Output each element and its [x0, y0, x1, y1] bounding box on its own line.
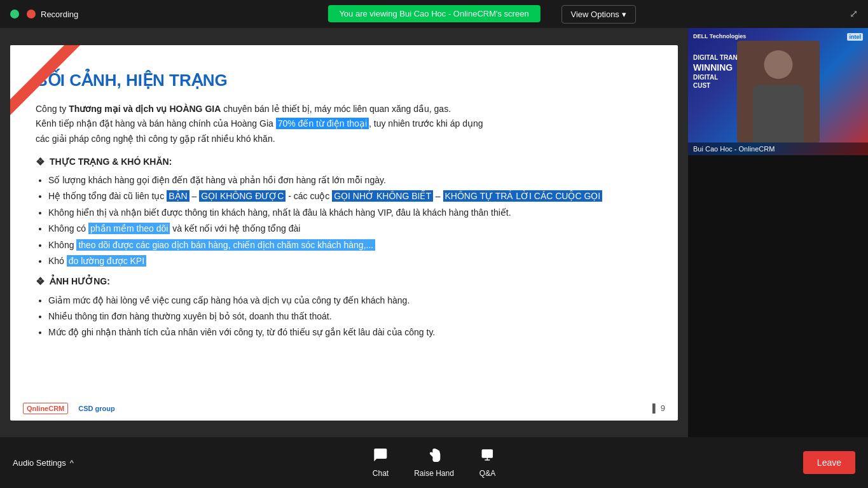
section2-header-text: ẢNH HƯỞNG: [50, 274, 110, 289]
screen-share-banner: You are viewing Bui Cao Hoc - OnlineCRM'… [327, 5, 540, 22]
logo-onlinecrm: QnlineCRM [23, 403, 68, 414]
main-area: BỐI CẢNH, HIỆN TRẠNG Công ty Thương mại … [0, 28, 868, 437]
audio-settings-label: Audio Settings [13, 458, 66, 468]
slide-footer: QnlineCRM CSD group ▌ 9 [10, 403, 678, 414]
slide-corner-white [10, 45, 64, 99]
bullet-2: Hệ thống tổng đài cũ liên tục BẬN – GỌI … [48, 189, 652, 203]
qa-label: Q&A [479, 469, 495, 478]
slide-corner-decoration [10, 45, 80, 115]
recording-dot-icon [27, 10, 36, 18]
view-options-chevron-icon: ▾ [622, 10, 626, 19]
logo-csd: CSD group [78, 405, 114, 412]
bullet-6: Khó đo lường được KPI [48, 254, 652, 268]
audio-settings-button[interactable]: Audio Settings ^ [13, 458, 74, 468]
slide-title: BỐI CẢNH, HIỆN TRẠNG [36, 71, 652, 90]
impact-bullet-3: Mức độ ghi nhận thành tích của nhân viên… [48, 325, 652, 339]
participant-video: DELL Technologies intel DIGITAL TRANSFOR… [688, 28, 868, 155]
presenter-avatar [737, 41, 820, 143]
chat-button[interactable]: Chat [373, 447, 389, 478]
diamond-icon-1: ❖ [36, 153, 45, 171]
impact-bullet-2: Nhiều thông tin đơn hàng thường xuyên bị… [48, 309, 652, 323]
slide-page-number: ▌ 9 [652, 403, 665, 413]
qa-icon [480, 447, 495, 466]
section1-header: ❖ THỰC TRẠNG & KHÓ KHĂN: [36, 153, 652, 171]
video-panel: DELL Technologies intel DIGITAL TRANSFOR… [688, 28, 868, 437]
qa-button[interactable]: Q&A [479, 447, 495, 478]
section2-header: ❖ ẢNH HƯỞNG: [36, 273, 652, 290]
top-bar: Recording You are viewing Bui Cao Hoc - … [0, 0, 868, 28]
intro-text-2-after: , tuy nhiên trước khi áp dụng [369, 118, 483, 129]
bullet-3: Không hiển thị và nhận biết được thông t… [48, 206, 652, 220]
slide-logos: QnlineCRM CSD group [23, 403, 115, 414]
raise-hand-button[interactable]: Raise Hand [414, 447, 454, 478]
impact-bullet-1: Giảm mức độ hài lòng về việc cung cấp hà… [48, 293, 652, 307]
intel-brand-label: intel [847, 33, 863, 41]
participant-name-bar: Bui Cao Hoc - OnlineCRM [688, 143, 868, 155]
company-name: Thương mại và dịch vụ HOÀNG GIA [69, 104, 221, 114]
dell-brand-label: DELL Technologies [693, 33, 746, 39]
audio-settings-chevron-icon: ^ [70, 458, 74, 468]
recording-label: Recording [41, 10, 78, 19]
slide-container: BỐI CẢNH, HIỆN TRẠNG Công ty Thương mại … [0, 28, 688, 437]
intro-highlight: 70% đến từ điện thoại [276, 118, 369, 129]
bullet-4: Không có phần mềm theo dõi và kết nối vớ… [48, 221, 652, 235]
chat-icon [373, 447, 388, 466]
raise-hand-icon [427, 447, 442, 466]
bullet-1: Số lượng khách hàng gọi điện đến đặt hàn… [48, 173, 652, 187]
leave-button[interactable]: Leave [803, 451, 855, 474]
slide: BỐI CẢNH, HIỆN TRẠNG Công ty Thương mại … [10, 45, 678, 421]
recording-indicator: Recording [10, 10, 78, 19]
raise-hand-label: Raise Hand [414, 469, 454, 478]
view-options-label: View Options [571, 10, 619, 19]
intro-text-1-rest: chuyên bán lẻ thiết bị, máy móc liên qua… [221, 104, 451, 114]
slide-title-part2: HIỆN TRẠNG [126, 71, 228, 90]
bottom-toolbar: Audio Settings ^ Chat Raise Hand [0, 437, 868, 488]
chat-label: Chat [373, 469, 389, 478]
section1-bullets: Số lượng khách hàng gọi điện đến đặt hàn… [48, 173, 652, 268]
diamond-icon-2: ❖ [36, 273, 45, 290]
intro-text-2-before: Kênh tiếp nhận đặt hàng và bán hàng chín… [36, 118, 276, 129]
slide-body: Công ty Thương mại và dịch vụ HOÀNG GIA … [36, 102, 652, 340]
collapse-icon[interactable]: ⤢ [850, 8, 858, 20]
section2-bullets: Giảm mức độ hài lòng về việc cung cấp hà… [48, 293, 652, 340]
view-options-button[interactable]: View Options ▾ [561, 5, 636, 24]
intro-text-3: các giải pháp công nghệ thì công ty gặp … [36, 134, 275, 144]
video-brand-overlay: DELL Technologies intel [693, 33, 863, 41]
green-dot-icon [10, 10, 19, 18]
toolbar-center: Chat Raise Hand Q&A [373, 447, 495, 478]
slide-intro: Công ty Thương mại và dịch vụ HOÀNG GIA … [36, 102, 652, 147]
bullet-5: Không theo dõi được các giao dịch bán hà… [48, 238, 652, 252]
section1-header-text: THỰC TRẠNG & KHÓ KHĂN: [50, 155, 172, 170]
